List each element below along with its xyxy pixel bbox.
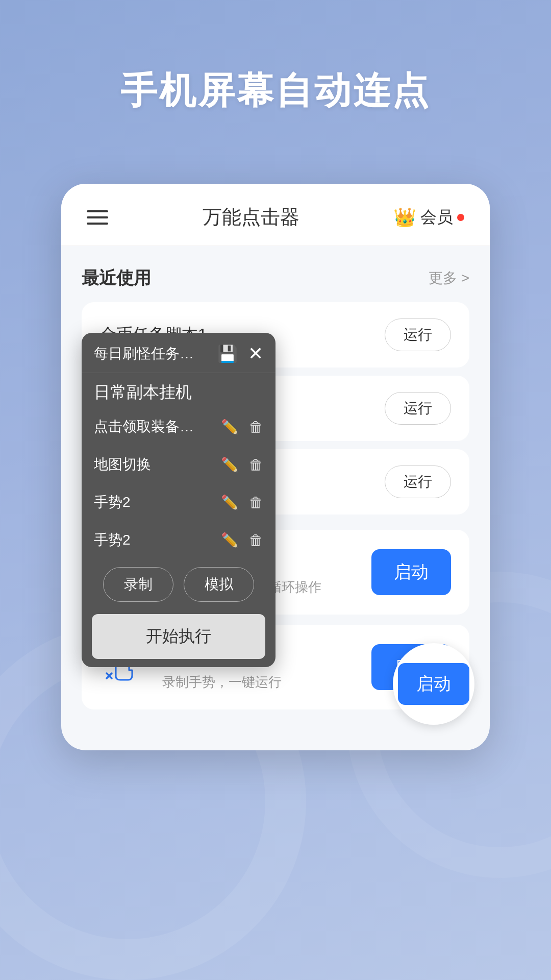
crown-icon: 👑 — [393, 207, 416, 228]
menu-button[interactable] — [87, 210, 108, 225]
script-card-1: 金币任务脚本1 运行 每日刷怪任务… 💾 ✕ 日常副本挂机 点击领取装备… ✏️ — [82, 302, 469, 368]
dropdown-action-buttons: 录制 模拟 — [82, 559, 276, 610]
app-title: 万能点击器 — [203, 204, 299, 230]
simulate-button[interactable]: 模拟 — [184, 567, 254, 602]
close-icon[interactable]: ✕ — [248, 343, 263, 364]
item-actions-3: ✏️ 🗑 — [221, 494, 263, 511]
dropdown-item-1: 点击领取装备… ✏️ 🗑 — [82, 408, 276, 446]
notification-dot — [457, 214, 464, 221]
dropdown-item-text-2: 地图切换 — [94, 455, 221, 474]
float-start-button[interactable]: 启动 — [398, 663, 469, 705]
phone-card: 万能点击器 👑 会员 最近使用 更多 > 金币任务脚本1 运行 每日刷怪任务… — [61, 184, 490, 750]
run-button-2[interactable]: 运行 — [385, 392, 451, 425]
item-actions-4: ✏️ 🗑 — [221, 532, 263, 549]
delete-icon-4[interactable]: 🗑 — [249, 532, 263, 549]
edit-icon-3[interactable]: ✏️ — [221, 494, 239, 511]
page-main-title: 手机屏幕自动连点 — [0, 0, 551, 146]
recent-section-header: 最近使用 更多 > — [82, 266, 469, 290]
dropdown-header-icons: 💾 ✕ — [217, 343, 263, 364]
app-header: 万能点击器 👑 会员 — [61, 184, 490, 246]
edit-icon-4[interactable]: ✏️ — [221, 532, 239, 549]
dropdown-item-text-1: 点击领取装备… — [94, 417, 221, 436]
record-button[interactable]: 录制 — [103, 567, 173, 602]
recent-title: 最近使用 — [82, 266, 151, 290]
delete-icon-2[interactable]: 🗑 — [249, 456, 263, 473]
edit-icon-1[interactable]: ✏️ — [221, 419, 239, 435]
record-desc: 录制手势，一键运行 — [162, 673, 355, 691]
content-area: 最近使用 更多 > 金币任务脚本1 运行 每日刷怪任务… 💾 ✕ 日常副本挂机 — [61, 246, 490, 709]
run-button-3[interactable]: 运行 — [385, 465, 451, 498]
dropdown-header-text: 每日刷怪任务… — [94, 344, 217, 363]
more-link[interactable]: 更多 > — [429, 268, 469, 288]
dropdown-main-title: 日常副本挂机 — [82, 373, 276, 408]
float-circle-button[interactable]: 启动 — [393, 643, 474, 725]
dropdown-item-text-3: 手势2 — [94, 493, 221, 512]
dropdown-item-text-4: 手势2 — [94, 530, 221, 550]
dropdown-popup: 每日刷怪任务… 💾 ✕ 日常副本挂机 点击领取装备… ✏️ 🗑 地图切换 — [82, 333, 276, 667]
dropdown-item-2: 地图切换 ✏️ 🗑 — [82, 446, 276, 483]
save-icon[interactable]: 💾 — [217, 344, 238, 363]
execute-button[interactable]: 开始执行 — [92, 614, 265, 659]
tap-start-button[interactable]: 启动 — [371, 549, 451, 595]
item-actions-1: ✏️ 🗑 — [221, 419, 263, 435]
delete-icon-1[interactable]: 🗑 — [249, 419, 263, 435]
edit-icon-2[interactable]: ✏️ — [221, 456, 239, 473]
dropdown-header: 每日刷怪任务… 💾 ✕ — [82, 333, 276, 373]
run-button-1[interactable]: 运行 — [385, 318, 451, 351]
delete-icon-3[interactable]: 🗑 — [249, 494, 263, 511]
dropdown-item-4: 手势2 ✏️ 🗑 — [82, 521, 276, 559]
dropdown-item-3: 手势2 ✏️ 🗑 — [82, 483, 276, 521]
item-actions-2: ✏️ 🗑 — [221, 456, 263, 473]
member-label: 会员 — [420, 206, 453, 229]
member-badge[interactable]: 👑 会员 — [393, 206, 464, 229]
